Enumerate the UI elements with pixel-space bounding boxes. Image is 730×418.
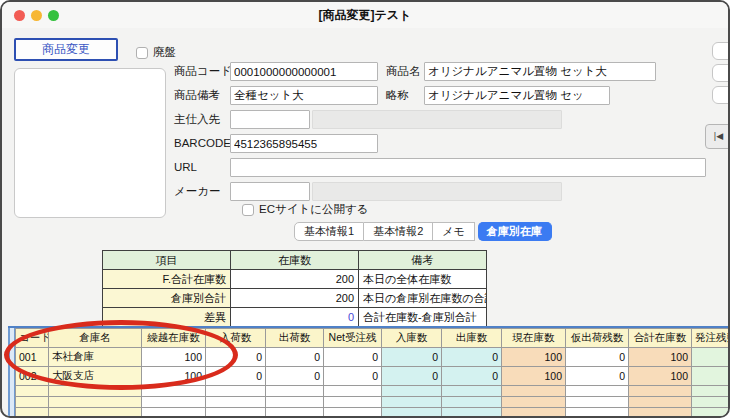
short-name-input[interactable] — [424, 86, 610, 105]
warehouse-cell[interactable] — [502, 386, 566, 397]
warehouse-cell[interactable] — [206, 408, 266, 418]
warehouse-cell[interactable]: 100 — [502, 348, 566, 367]
warehouse-cell[interactable] — [206, 386, 266, 397]
warehouse-cell[interactable] — [16, 408, 49, 418]
first-record-button[interactable]: |◀ — [705, 124, 730, 149]
warehouse-cell[interactable]: 100 — [629, 367, 692, 386]
warehouse-table-row[interactable] — [16, 386, 730, 397]
tab-メモ[interactable]: メモ — [433, 222, 475, 241]
warehouse-cell[interactable]: 0 — [324, 348, 382, 367]
warehouse-cell[interactable] — [324, 386, 382, 397]
warehouse-cell[interactable] — [566, 397, 629, 408]
barcode-label: BARCODE — [174, 134, 231, 153]
warehouse-cell[interactable] — [266, 408, 324, 418]
warehouse-cell[interactable] — [382, 408, 442, 418]
window-side-button-1[interactable] — [712, 42, 730, 60]
warehouse-cell[interactable]: 100 — [502, 367, 566, 386]
warehouse-cell[interactable] — [692, 348, 730, 367]
main-supplier-input[interactable] — [230, 110, 310, 129]
warehouse-cell[interactable] — [16, 397, 49, 408]
warehouse-cell[interactable]: 0 — [206, 348, 266, 367]
stock-summary-table: 項目在庫数備考 F.合計在庫数200本日の全体在庫数倉庫別合計200本日の倉庫別… — [102, 250, 487, 327]
warehouse-cell[interactable]: 100 — [142, 367, 206, 386]
product-image-panel[interactable] — [14, 68, 166, 218]
warehouse-cell[interactable] — [502, 408, 566, 418]
product-note-input[interactable] — [230, 86, 378, 105]
warehouse-cell[interactable] — [502, 397, 566, 408]
warehouse-cell[interactable]: 本社倉庫 — [49, 348, 142, 367]
warehouse-cell[interactable] — [266, 386, 324, 397]
warehouse-cell[interactable] — [324, 408, 382, 418]
window-side-button-3[interactable] — [712, 86, 730, 104]
warehouse-cell[interactable]: 0 — [206, 367, 266, 386]
url-input[interactable] — [230, 158, 706, 177]
warehouse-cell[interactable]: 0 — [382, 367, 442, 386]
warehouse-cell[interactable] — [692, 408, 730, 418]
warehouse-cell[interactable] — [266, 397, 324, 408]
warehouse-column-header: 出荷数 — [266, 329, 324, 348]
short-name-label: 略称 — [386, 86, 409, 105]
window-side-button-2[interactable] — [712, 64, 730, 82]
tab-基本情報1[interactable]: 基本情報1 — [294, 222, 364, 241]
warehouse-cell[interactable] — [566, 408, 629, 418]
warehouse-cell[interactable]: 002 — [16, 367, 49, 386]
warehouse-cell[interactable]: 0 — [382, 348, 442, 367]
warehouse-table-row[interactable]: 002大阪支店100000001000100 — [16, 367, 730, 386]
summary-row: F.合計在庫数200本日の全体在庫数 — [103, 270, 487, 289]
warehouse-column-header: 出庫数 — [442, 329, 502, 348]
warehouse-cell[interactable] — [49, 386, 142, 397]
warehouse-cell[interactable]: 100 — [629, 348, 692, 367]
warehouse-cell[interactable]: 0 — [442, 367, 502, 386]
maker-name-display — [312, 182, 562, 201]
warehouse-cell[interactable] — [324, 397, 382, 408]
warehouse-cell[interactable]: 0 — [566, 367, 629, 386]
warehouse-cell[interactable]: 001 — [16, 348, 49, 367]
warehouse-cell[interactable] — [442, 397, 502, 408]
warehouse-cell[interactable] — [442, 408, 502, 418]
ec-publish-checkbox[interactable] — [242, 204, 254, 216]
barcode-input[interactable] — [230, 134, 378, 153]
summary-cell: 差異 — [103, 308, 231, 327]
summary-cell: 倉庫別合計 — [103, 289, 231, 308]
warehouse-cell[interactable] — [142, 386, 206, 397]
app-window: [商品変更]テスト 商品変更 廃盤 商品コード 商品名 商品備考 略称 主仕入先… — [0, 0, 730, 418]
warehouse-cell[interactable] — [206, 397, 266, 408]
warehouse-cell[interactable] — [382, 386, 442, 397]
warehouse-cell[interactable] — [566, 386, 629, 397]
warehouse-cell[interactable]: 大阪支店 — [49, 367, 142, 386]
product-code-input[interactable] — [230, 62, 378, 81]
warehouse-cell[interactable] — [16, 386, 49, 397]
warehouse-cell[interactable] — [49, 408, 142, 418]
warehouse-table-row[interactable] — [16, 408, 730, 418]
warehouse-cell[interactable] — [692, 386, 730, 397]
mode-button-product-change[interactable]: 商品変更 — [14, 38, 118, 61]
summary-column-header: 在庫数 — [231, 251, 359, 270]
row-select-gutter[interactable] — [8, 328, 15, 418]
maker-input[interactable] — [230, 182, 310, 201]
warehouse-cell[interactable]: 0 — [266, 367, 324, 386]
warehouse-cell[interactable] — [382, 397, 442, 408]
warehouse-table-row[interactable] — [16, 397, 730, 408]
tab-倉庫別在庫[interactable]: 倉庫別在庫 — [478, 222, 552, 241]
discontinued-checkbox[interactable] — [136, 47, 148, 59]
warehouse-cell[interactable] — [692, 397, 730, 408]
warehouse-cell[interactable]: 0 — [566, 348, 629, 367]
tab-基本情報2[interactable]: 基本情報2 — [364, 222, 433, 241]
warehouse-cell[interactable] — [142, 397, 206, 408]
warehouse-table-row[interactable]: 001本社倉庫100000001000100 — [16, 348, 730, 367]
warehouse-cell[interactable] — [49, 397, 142, 408]
warehouse-cell[interactable] — [629, 397, 692, 408]
product-name-input[interactable] — [424, 62, 656, 81]
summary-column-header: 項目 — [103, 251, 231, 270]
warehouse-cell[interactable]: 0 — [324, 367, 382, 386]
warehouse-cell[interactable]: 100 — [142, 348, 206, 367]
main-supplier-label: 主仕入先 — [174, 110, 220, 129]
warehouse-cell[interactable] — [442, 386, 502, 397]
warehouse-cell[interactable] — [142, 408, 206, 418]
summary-column-header: 備考 — [359, 251, 487, 270]
warehouse-cell[interactable] — [692, 367, 730, 386]
warehouse-cell[interactable]: 0 — [442, 348, 502, 367]
warehouse-cell[interactable]: 0 — [266, 348, 324, 367]
warehouse-cell[interactable] — [629, 408, 692, 418]
warehouse-cell[interactable] — [629, 386, 692, 397]
